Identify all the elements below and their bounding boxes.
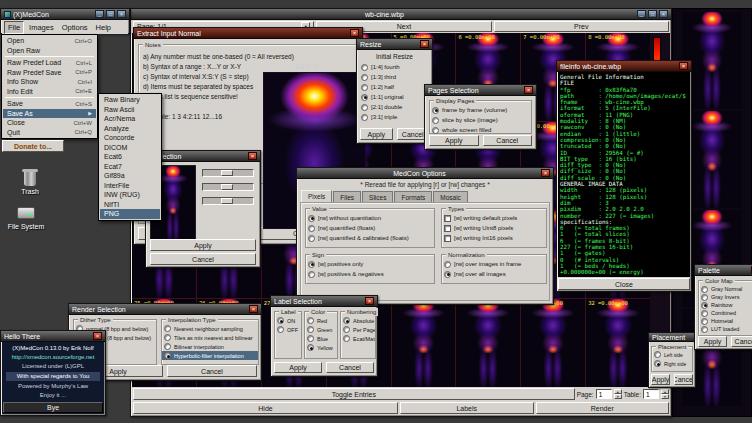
close-icon[interactable]: ×: [679, 62, 688, 70]
hide-button[interactable]: Hide: [133, 402, 398, 414]
radio-bilinear-interpolation[interactable]: Bilinear interpolation: [162, 342, 258, 351]
radio-combined[interactable]: Combined: [699, 309, 752, 317]
close-icon[interactable]: ×: [248, 152, 257, 160]
about-titlebar[interactable]: Hello There ×: [1, 331, 105, 342]
tab-pixels[interactable]: Pixels: [301, 190, 332, 202]
radio-slice-by-slice-image[interactable]: slice by slice (image): [430, 115, 531, 125]
apply-button[interactable]: Apply: [429, 135, 479, 146]
placement-titlebar[interactable]: Placement: [649, 333, 695, 342]
menu-item-raw-predef-save[interactable]: Raw Predef SaveCtrl+P: [3, 68, 96, 78]
checkbox-w-writing-int16-pixels[interactable]: [w] writing Int16 pixels: [442, 233, 546, 243]
submenu-item-gif89a[interactable]: Gif89a: [100, 171, 160, 181]
radio-gray-normal[interactable]: Gray Normal: [699, 285, 752, 293]
label-titlebar[interactable]: Label Selection ×: [271, 296, 377, 307]
maximize-icon[interactable]: □: [648, 10, 657, 18]
donate-button[interactable]: Donate to...: [2, 140, 64, 152]
labels-button[interactable]: Labels: [400, 402, 534, 414]
close-icon[interactable]: ×: [249, 305, 258, 313]
radio-tiles-as-mix-nearest-and-bilinear[interactable]: Tiles as mix nearest and bilinear: [162, 333, 258, 342]
maximize-icon[interactable]: □: [106, 10, 115, 18]
tab-mosaic[interactable]: Mosaic: [433, 191, 468, 202]
menu-item-open[interactable]: OpenCtrl+O: [3, 36, 96, 46]
radio-off[interactable]: OFF: [275, 325, 301, 334]
radio-w-positives-negatives[interactable]: [w] positives & negatives: [306, 269, 434, 279]
bye-button[interactable]: Bye: [3, 402, 103, 413]
submenu-item-raw-ascii[interactable]: Raw Ascii: [100, 105, 160, 115]
radio-frame-by-frame-volume[interactable]: frame by frame (volume): [430, 105, 531, 115]
radio-1-2-half[interactable]: [1:2] half: [359, 82, 430, 92]
frame-cell-31[interactable]: 31 =0.00e+00: [521, 299, 585, 387]
tab-formats[interactable]: Formats: [394, 191, 432, 202]
submenu-item-ecat7[interactable]: Ecat7: [100, 162, 160, 172]
toggle-entries-button[interactable]: Toggle Entries: [133, 388, 575, 400]
checkbox-w-writing-default-pixels[interactable]: [w] writing default pixels: [442, 213, 546, 223]
desktop-icon-trash[interactable]: Trash: [6, 168, 54, 195]
tab-files[interactable]: Files: [333, 191, 361, 202]
viewer-titlebar[interactable]: wb-cine.wbp _ □ ×: [131, 9, 671, 20]
submenu-item-ecat6[interactable]: Ecat6: [100, 152, 160, 162]
close-icon[interactable]: ×: [117, 10, 126, 18]
submenu-item-concorde[interactable]: Concorde: [100, 133, 160, 143]
palette-titlebar[interactable]: Palette ×: [695, 265, 752, 276]
render-button[interactable]: Render: [536, 402, 670, 414]
tab-slices[interactable]: Slices: [362, 191, 393, 202]
menu-options[interactable]: Options: [59, 22, 91, 33]
submenu-item-png[interactable]: PNG: [100, 209, 160, 219]
radio-rw-over-all-images[interactable]: [rw] over all images: [442, 269, 546, 279]
radio-gray-invers[interactable]: Gray Invers: [699, 293, 752, 301]
radio-nearest-neighbour-sampling[interactable]: Nearest neighbour sampling: [162, 324, 258, 333]
spin-down-icon[interactable]: ▼: [661, 394, 669, 399]
desktop-icon-file-system[interactable]: File System: [2, 203, 50, 230]
brightness-slider[interactable]: [202, 169, 254, 177]
radio-whole-screen-filled[interactable]: whole screen filled: [430, 125, 531, 135]
radio-3-1-triple[interactable]: [3:1] triple: [359, 112, 430, 122]
radio-lut-loaded[interactable]: LUT loaded: [699, 325, 752, 333]
checkbox-w-writing-uint8-pixels[interactable]: [w] writing Uint8 pixels: [442, 223, 546, 233]
menu-item-close[interactable]: CloseCtrl+W: [3, 118, 96, 128]
cancel-button[interactable]: Cancel: [483, 135, 533, 146]
close-icon[interactable]: ×: [420, 40, 429, 48]
cancel-button[interactable]: Cancel: [150, 253, 256, 265]
radio-per-page[interactable]: Per Page: [341, 325, 375, 334]
submenu-item-raw-binary[interactable]: Raw Binary: [100, 95, 160, 105]
radio-absolute[interactable]: Absolute: [341, 316, 375, 325]
menu-item-info-edit[interactable]: Info EditCtrl+E: [3, 87, 96, 97]
extract-titlebar[interactable]: Extract Input Normal ×: [134, 28, 362, 39]
menu-item-raw-predef-load[interactable]: Raw Predef LoadCtrl+L: [3, 58, 96, 68]
submenu-item-acr-nema[interactable]: Acr/Nema: [100, 114, 160, 124]
apply-button[interactable]: Apply: [150, 239, 256, 251]
close-button[interactable]: Close: [558, 278, 690, 290]
radio-rw-over-images-in-frame[interactable]: [rw] over images in frame: [442, 259, 546, 269]
radio-hyperbolic-filter-interpolation[interactable]: Hyperbolic-filter interpolation: [162, 351, 258, 360]
menu-item-save[interactable]: SaveCtrl+S: [3, 99, 96, 109]
submenu-item-dicom[interactable]: DICOM: [100, 143, 160, 153]
frame-cell-32[interactable]: 32 =0.00e+00: [586, 299, 650, 387]
fileinfo-titlebar[interactable]: fileinfo wb-cine.wbp ×: [557, 61, 691, 72]
contrast-slider[interactable]: [202, 183, 254, 191]
radio-rw-quantified-calibrated-floats[interactable]: [rw] quantified & calibrated (floats): [306, 233, 434, 243]
frame-cell-30[interactable]: 30 =0.00e+00: [456, 299, 520, 387]
page-spinner-value[interactable]: 1: [596, 389, 612, 399]
apply-button[interactable]: Apply: [274, 362, 322, 373]
submenu-item-interfile[interactable]: InterFile: [100, 181, 160, 191]
table-spinner-value[interactable]: 1: [643, 389, 659, 399]
apply-button[interactable]: Apply: [360, 128, 393, 140]
close-icon[interactable]: ×: [541, 169, 550, 177]
gamma-slider[interactable]: [202, 197, 254, 205]
close-icon[interactable]: ×: [524, 86, 533, 94]
menu-item-save-as[interactable]: Save As▶: [3, 109, 96, 119]
radio-rw-without-quantitation[interactable]: [rw] without quantitation: [306, 213, 434, 223]
main-titlebar[interactable]: (X)MedCon _ □ ×: [1, 9, 129, 20]
close-icon[interactable]: ×: [365, 297, 374, 305]
radio-left-side[interactable]: Left side: [652, 350, 692, 359]
menu-help[interactable]: Help: [93, 22, 114, 33]
cancel-button[interactable]: Cancel: [731, 336, 752, 347]
radio-rw-quantified-floats[interactable]: [rw] quantified (floats): [306, 223, 434, 233]
apply-button[interactable]: Apply: [698, 336, 727, 347]
cancel-button[interactable]: Cancel: [674, 374, 693, 385]
menu-item-open-raw[interactable]: Open Raw: [3, 46, 96, 56]
radio-1-4-fourth[interactable]: [1:4] fourth: [359, 62, 430, 72]
cancel-button[interactable]: Cancel: [326, 362, 374, 373]
submenu-item-nifti[interactable]: NIfTI: [100, 200, 160, 210]
radio-hotmetal[interactable]: Hotmetal: [699, 317, 752, 325]
